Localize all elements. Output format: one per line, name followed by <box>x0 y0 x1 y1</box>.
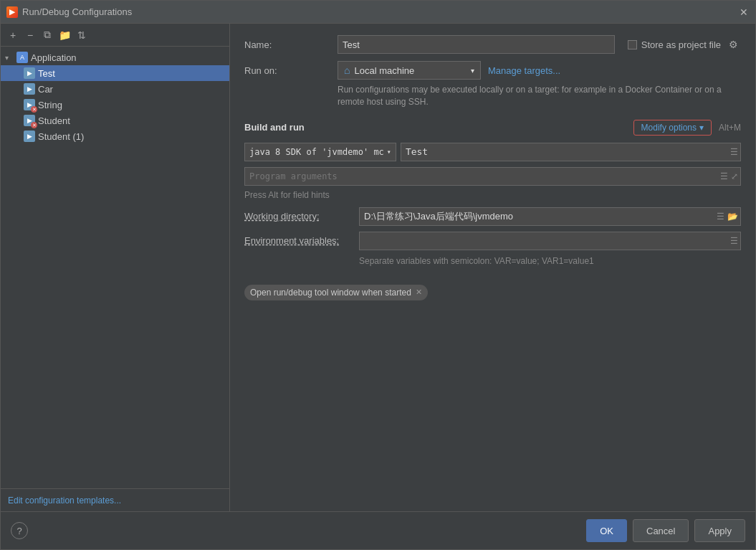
bottom-bar: ? OK Cancel Apply <box>1 511 755 549</box>
main-class-input[interactable] <box>401 143 741 161</box>
working-dir-row: Working directory: ☰ 📂 <box>244 207 741 226</box>
run-on-label: Run on: <box>244 65 330 76</box>
sdk-dropdown[interactable]: java 8 SDK of 'jvmdemo' mc ▾ <box>244 143 396 161</box>
env-vars-row: Environment variables: ☰ <box>244 232 741 250</box>
store-project-wrap: Store as project file ⚙ <box>628 37 741 52</box>
build-row: java 8 SDK of 'jvmdemo' mc ▾ ☰ <box>244 143 741 161</box>
student-item-label: Student <box>38 115 70 126</box>
apply-button[interactable]: Apply <box>694 519 745 542</box>
application-group-label: Application <box>31 52 77 63</box>
env-vars-browse-icon[interactable]: ☰ <box>730 236 738 246</box>
working-dir-label: Working directory: <box>244 211 352 222</box>
content-area: + − ⧉ 📁 ⇅ ▾ A Application ▶ Test ▶ Car <box>1 24 755 511</box>
application-group-icon: A <box>16 52 28 63</box>
action-buttons: OK Cancel Apply <box>586 519 745 542</box>
run-on-dropdown[interactable]: ⌂ Local machine ▾ <box>338 61 481 80</box>
run-on-help-text: Run configurations may be executed local… <box>338 84 741 108</box>
cancel-button[interactable]: Cancel <box>633 519 689 542</box>
student1-item-icon: ▶ <box>24 131 35 142</box>
tag-row: Open run/debug tool window when started … <box>244 285 741 300</box>
help-button[interactable]: ? <box>11 522 28 539</box>
car-item-label: Car <box>38 84 53 95</box>
class-input-wrap: ☰ <box>401 143 741 161</box>
sidebar: + − ⧉ 📁 ⇅ ▾ A Application ▶ Test ▶ Car <box>1 24 230 511</box>
open-tool-window-tag: Open run/debug tool window when started … <box>244 285 428 300</box>
add-config-button[interactable]: + <box>5 27 21 43</box>
string-item-label: String <box>38 100 62 110</box>
home-icon: ⌂ <box>344 65 350 76</box>
modify-options-label: Modify options <box>641 123 697 133</box>
modify-options-button[interactable]: Modify options ▾ <box>633 120 712 136</box>
edit-templates-link[interactable]: Edit configuration templates... <box>8 496 121 506</box>
dialog-title: Run/Debug Configurations <box>22 6 738 17</box>
chevron-down-icon: ▾ <box>699 123 704 133</box>
store-gear-button[interactable]: ⚙ <box>725 37 741 52</box>
student1-item-label: Student (1) <box>38 131 84 142</box>
build-run-header: Build and run Modify options ▾ Alt+M <box>244 120 741 136</box>
store-project-label: Store as project file <box>641 39 721 50</box>
remove-config-button[interactable]: − <box>22 27 38 43</box>
env-vars-label: Environment variables: <box>244 235 352 246</box>
env-vars-wrap: ☰ <box>359 232 741 250</box>
store-project-checkbox[interactable] <box>628 40 637 49</box>
main-panel: Name: Store as project file ⚙ Run on: ⌂ … <box>230 24 755 511</box>
run-debug-dialog: ▶ Run/Debug Configurations ✕ + − ⧉ 📁 ⇅ ▾… <box>0 0 756 550</box>
sidebar-group-application[interactable]: ▾ A Application <box>1 49 229 65</box>
sidebar-list: ▾ A Application ▶ Test ▶ Car ▶ String <box>1 47 229 488</box>
ok-button[interactable]: OK <box>586 519 627 542</box>
folder-button[interactable]: 📁 <box>57 27 72 43</box>
working-dir-browse-icon[interactable]: ☰ <box>717 212 724 222</box>
name-label: Name: <box>244 39 330 50</box>
build-run-title: Build and run <box>244 122 305 133</box>
string-item-icon: ▶ <box>24 99 35 110</box>
test-item-icon: ▶ <box>24 67 35 79</box>
sort-button[interactable]: ⇅ <box>74 27 90 43</box>
program-args-input[interactable] <box>244 167 741 186</box>
working-dir-wrap: ☰ 📂 <box>359 207 741 226</box>
test-item-label: Test <box>38 68 55 79</box>
car-item-icon: ▶ <box>24 83 35 95</box>
sidebar-footer: Edit configuration templates... <box>1 488 229 511</box>
close-button[interactable]: ✕ <box>738 6 750 18</box>
manage-targets-link[interactable]: Manage targets... <box>488 65 560 76</box>
working-dir-input[interactable] <box>359 207 741 226</box>
tag-label: Open run/debug tool window when started <box>250 288 411 298</box>
run-on-row: Run on: ⌂ Local machine ▾ Manage targets… <box>244 61 741 80</box>
env-vars-hint: Separate variables with semicolon: VAR=v… <box>359 256 741 266</box>
sidebar-item-car[interactable]: ▶ Car <box>1 81 229 97</box>
sidebar-item-string[interactable]: ▶ String <box>1 97 229 113</box>
env-vars-input[interactable] <box>359 232 741 250</box>
sidebar-item-student[interactable]: ▶ Student <box>1 113 229 128</box>
title-bar: ▶ Run/Debug Configurations ✕ <box>1 1 755 24</box>
args-icons: ☰ ⤢ <box>720 171 738 181</box>
copy-config-button[interactable]: ⧉ <box>39 27 55 43</box>
program-args-wrap: ☰ ⤢ <box>244 167 741 186</box>
name-row: Name: Store as project file ⚙ <box>244 35 741 54</box>
env-vars-icons: ☰ <box>730 236 738 246</box>
name-input[interactable] <box>338 35 615 54</box>
modify-shortcut-hint: Alt+M <box>719 123 741 133</box>
chevron-down-icon: ▾ <box>471 67 474 75</box>
alt-hint-text: Press Alt for field hints <box>244 190 741 200</box>
working-dir-icons: ☰ 📂 <box>717 212 738 222</box>
class-browse-icon[interactable]: ☰ <box>730 147 738 157</box>
run-on-value: Local machine <box>354 65 414 76</box>
sidebar-toolbar: + − ⧉ 📁 ⇅ <box>1 24 229 47</box>
dialog-icon: ▶ <box>6 6 18 18</box>
sdk-label: java 8 SDK of 'jvmdemo' mc <box>249 147 384 157</box>
working-dir-folder-icon[interactable]: 📂 <box>727 212 738 222</box>
sidebar-item-test[interactable]: ▶ Test <box>1 65 229 81</box>
tag-close-button[interactable]: ✕ <box>416 288 422 297</box>
args-expand-icon[interactable]: ⤢ <box>731 171 738 181</box>
chevron-down-icon: ▾ <box>5 54 14 62</box>
args-browse-icon[interactable]: ☰ <box>720 171 728 181</box>
sidebar-item-student1[interactable]: ▶ Student (1) <box>1 128 229 144</box>
window-controls: ✕ <box>738 6 750 18</box>
student-item-icon: ▶ <box>24 115 35 126</box>
sdk-chevron-icon: ▾ <box>387 148 391 156</box>
